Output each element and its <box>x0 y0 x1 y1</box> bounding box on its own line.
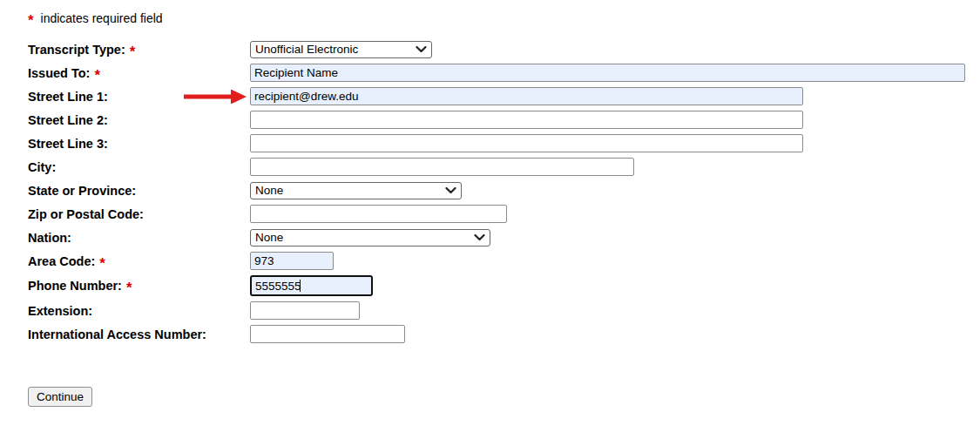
phone-number-input-wrap <box>250 275 373 296</box>
form-row-phone-number: Phone Number:* <box>28 275 980 296</box>
transcript-address-form: * indicates required field Transcript Ty… <box>0 0 980 407</box>
form-row-zip-or-postal-code: Zip or Postal Code: <box>28 205 980 223</box>
field-label-cell: International Access Number: <box>28 328 250 341</box>
international-access-number-input[interactable] <box>250 325 405 343</box>
nation-control-cell: None <box>250 229 490 247</box>
city-input[interactable] <box>250 158 634 176</box>
chevron-down-icon <box>445 187 456 194</box>
required-asterisk-icon: * <box>99 255 105 272</box>
chevron-down-icon <box>474 234 485 241</box>
zip-or-postal-code-control-cell <box>250 205 507 223</box>
extension-control-cell <box>250 301 360 320</box>
form-row-extension: Extension: <box>28 301 980 320</box>
nation-selected-value: None <box>255 231 469 244</box>
international-access-number-control-cell <box>250 325 405 343</box>
issued-to-input[interactable] <box>250 64 965 82</box>
field-label-cell: Street Line 3: <box>28 137 250 151</box>
field-label-cell: Issued To:* <box>28 66 250 80</box>
form-row-nation: Nation:None <box>28 228 980 247</box>
state-or-province-label: State or Province: <box>28 184 136 198</box>
area-code-control-cell <box>250 252 334 270</box>
city-control-cell <box>250 158 634 176</box>
state-or-province-selected-value: None <box>255 184 440 197</box>
field-label-cell: Nation: <box>28 231 250 245</box>
street-line-3-label: Street Line 3: <box>28 137 108 151</box>
required-asterisk-icon: * <box>130 44 136 60</box>
street-line-1-control-cell <box>250 87 803 105</box>
transcript-type-select[interactable]: Unofficial Electronic <box>250 41 432 58</box>
continue-button[interactable]: Continue <box>28 387 92 407</box>
field-label-cell: State or Province: <box>28 184 250 198</box>
area-code-input[interactable] <box>250 252 334 270</box>
transcript-type-control-cell: Unofficial Electronic <box>250 41 432 58</box>
required-asterisk-icon: * <box>126 280 132 296</box>
text-caret <box>300 280 301 292</box>
required-asterisk-icon: * <box>94 67 100 84</box>
field-label-cell: Transcript Type:* <box>28 43 250 57</box>
form-rows: Transcript Type:*Unofficial ElectronicIs… <box>28 40 980 343</box>
required-note: * indicates required field <box>28 11 980 25</box>
field-label-cell: Extension: <box>28 304 250 318</box>
phone-number-label: Phone Number: <box>28 279 122 293</box>
form-row-area-code: Area Code:* <box>28 252 980 270</box>
required-asterisk-icon: * <box>28 12 34 29</box>
form-row-street-line-3: Street Line 3: <box>28 134 980 152</box>
nation-label: Nation: <box>28 231 71 245</box>
city-label: City: <box>28 160 56 174</box>
form-row-city: City: <box>28 158 980 176</box>
issued-to-label: Issued To: <box>28 66 90 80</box>
phone-number-control-cell <box>250 275 373 296</box>
field-label-cell: Zip or Postal Code: <box>28 207 250 221</box>
street-line-2-control-cell <box>250 111 803 129</box>
form-row-state-or-province: State or Province:None <box>28 181 980 199</box>
extension-input[interactable] <box>250 301 360 320</box>
required-note-text: indicates required field <box>41 11 163 25</box>
street-line-2-input[interactable] <box>250 111 803 129</box>
form-row-street-line-2: Street Line 2: <box>28 111 980 129</box>
street-line-3-input[interactable] <box>250 134 803 152</box>
state-or-province-control-cell: None <box>250 182 462 199</box>
street-line-1-input[interactable] <box>250 87 803 105</box>
form-row-transcript-type: Transcript Type:*Unofficial Electronic <box>28 40 980 58</box>
form-row-issued-to: Issued To:* <box>28 64 980 82</box>
nation-select[interactable]: None <box>250 229 490 247</box>
field-label-cell: Street Line 2: <box>28 113 250 127</box>
street-line-2-label: Street Line 2: <box>28 113 108 127</box>
form-row-international-access-number: International Access Number: <box>28 325 980 343</box>
form-row-street-line-1: Street Line 1: <box>28 87 980 105</box>
issued-to-control-cell <box>250 64 965 82</box>
field-label-cell: City: <box>28 160 250 174</box>
street-line-3-control-cell <box>250 134 803 152</box>
red-arrow-icon <box>184 89 247 104</box>
street-line-1-label: Street Line 1: <box>28 90 108 104</box>
chevron-down-icon <box>416 46 427 53</box>
field-label-cell: Area Code:* <box>28 254 250 268</box>
international-access-number-label: International Access Number: <box>28 328 206 341</box>
transcript-type-selected-value: Unofficial Electronic <box>255 43 410 56</box>
zip-or-postal-code-label: Zip or Postal Code: <box>28 207 144 221</box>
extension-label: Extension: <box>28 304 92 318</box>
area-code-label: Area Code: <box>28 254 95 268</box>
phone-number-input[interactable] <box>250 275 373 296</box>
zip-or-postal-code-input[interactable] <box>250 205 507 223</box>
transcript-type-label: Transcript Type: <box>28 43 125 57</box>
state-or-province-select[interactable]: None <box>250 182 462 199</box>
field-label-cell: Phone Number:* <box>28 279 250 293</box>
